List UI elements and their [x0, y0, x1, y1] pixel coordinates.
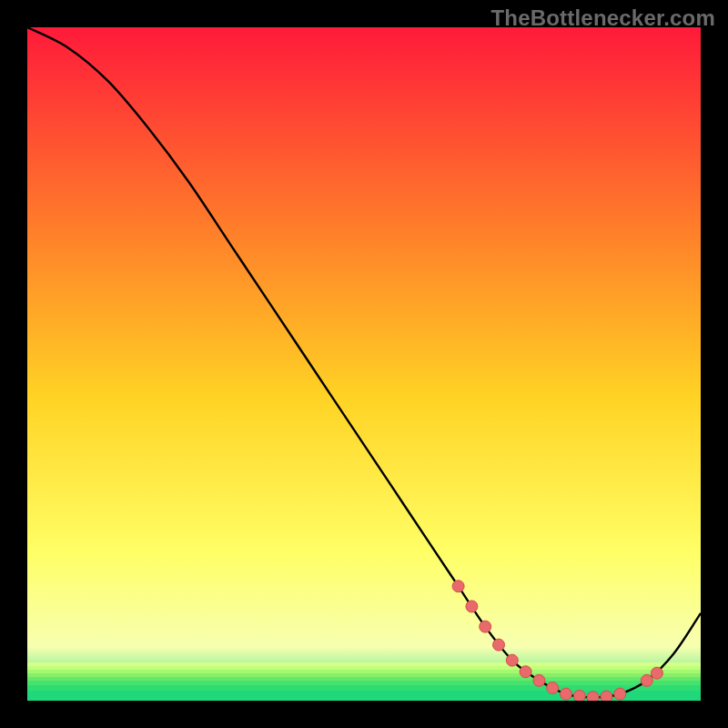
data-point [614, 688, 626, 700]
data-point [651, 667, 662, 679]
bottleneck-chart [27, 27, 701, 701]
chart-stage: TheBottlenecker.com [0, 0, 728, 728]
data-point [466, 601, 478, 612]
data-point [520, 666, 531, 678]
svg-rect-6 [27, 685, 701, 691]
data-point [561, 688, 572, 700]
data-point [641, 674, 652, 686]
svg-rect-2 [27, 670, 701, 673]
data-point [480, 621, 491, 632]
data-point [587, 692, 599, 701]
bottom-color-bands [27, 662, 701, 701]
svg-rect-7 [27, 691, 701, 701]
data-point [493, 639, 505, 651]
gradient-background [27, 27, 701, 701]
svg-rect-1 [27, 666, 701, 670]
svg-rect-5 [27, 681, 701, 685]
data-point [533, 674, 545, 686]
svg-rect-4 [27, 677, 701, 681]
svg-rect-3 [27, 673, 701, 677]
data-point [573, 690, 585, 701]
data-point [547, 682, 559, 693]
svg-rect-0 [27, 662, 701, 666]
data-point [452, 581, 464, 592]
data-point [506, 654, 518, 666]
data-point [601, 691, 612, 701]
